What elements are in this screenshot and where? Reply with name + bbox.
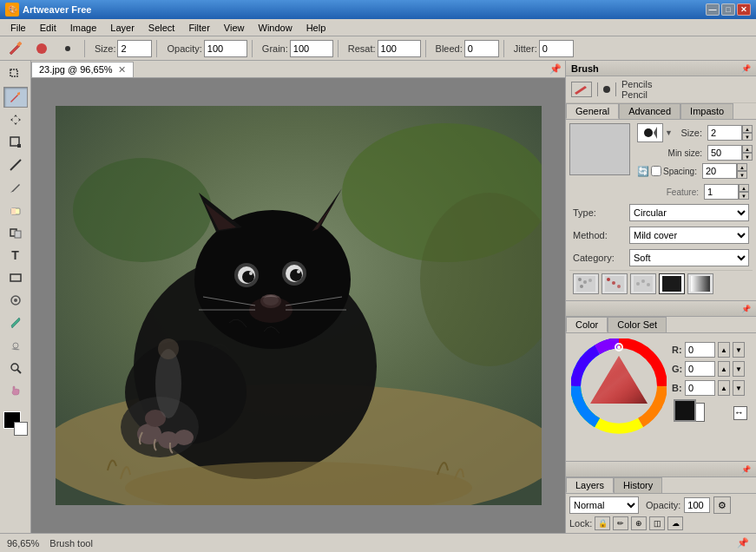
method-select[interactable]: Mild cover Cover Buildup	[629, 227, 749, 244]
spacing-input[interactable]	[702, 163, 737, 179]
brush-cat-2[interactable]	[602, 273, 628, 294]
min-size-input[interactable]	[707, 145, 742, 161]
size-input[interactable]	[117, 40, 152, 57]
menu-window[interactable]: Window	[252, 21, 299, 35]
tab-advanced[interactable]: Advanced	[619, 103, 680, 119]
min-size-down-btn[interactable]: ▼	[742, 153, 753, 161]
color-panel-pin[interactable]: 📌	[741, 305, 751, 313]
bleed-input[interactable]	[464, 40, 499, 57]
g-up-btn[interactable]: ▲	[718, 361, 730, 377]
layer-mode-select[interactable]: Normal Multiply Screen	[569, 496, 639, 514]
brush-dot-button[interactable]	[56, 38, 80, 59]
g-input[interactable]	[685, 361, 715, 377]
menu-edit[interactable]: Edit	[33, 21, 63, 35]
zoom-tool[interactable]	[3, 358, 28, 378]
feature-input[interactable]	[704, 184, 739, 200]
spacing-down-btn[interactable]: ▼	[737, 171, 747, 179]
brush-shape-dropdown[interactable]	[637, 123, 663, 142]
svg-point-64	[636, 282, 640, 286]
minimize-button[interactable]: —	[706, 3, 720, 16]
r-input[interactable]	[685, 342, 715, 358]
jitter-input[interactable]	[539, 40, 574, 57]
menu-image[interactable]: Image	[63, 21, 104, 35]
g-down-btn[interactable]: ▼	[733, 361, 745, 377]
lock-transparent-btn[interactable]: ◫	[649, 516, 665, 530]
size-down-btn[interactable]: ▼	[742, 133, 753, 141]
b-up-btn[interactable]: ▲	[718, 380, 730, 396]
grain-input[interactable]	[290, 40, 333, 57]
brush-cat-1[interactable]	[573, 273, 599, 294]
image-canvas[interactable]	[56, 106, 542, 505]
brush-cat-3[interactable]	[630, 273, 656, 294]
eyedropper-tool[interactable]	[3, 312, 28, 333]
move-tool[interactable]	[3, 109, 28, 130]
line-tool[interactable]	[3, 154, 28, 175]
canvas-tab-item[interactable]: 23.jpg @ 96,65% ✕	[31, 62, 134, 77]
pencil-tool[interactable]	[3, 177, 28, 198]
hand-tool[interactable]	[3, 380, 28, 401]
clone-tool[interactable]	[3, 222, 28, 243]
shape-tool[interactable]	[3, 267, 28, 288]
tab-layers[interactable]: Layers	[566, 477, 614, 493]
tab-impasto[interactable]: Impasto	[680, 103, 733, 119]
smudge-tool[interactable]	[3, 335, 28, 356]
b-down-btn[interactable]: ▼	[733, 380, 745, 396]
lock-pixels-btn[interactable]: ✏	[613, 516, 628, 530]
lock-position-btn[interactable]: ⊕	[631, 516, 647, 530]
menu-view[interactable]: View	[217, 21, 252, 35]
tab-history[interactable]: History	[614, 477, 662, 493]
eraser-tool[interactable]	[3, 200, 28, 220]
opacity-options-btn[interactable]: ⚙	[713, 496, 731, 514]
opacity-input[interactable]	[204, 40, 247, 57]
feature-down-btn[interactable]: ▼	[739, 192, 749, 200]
swap-icon[interactable]: ↔	[733, 406, 747, 420]
blur-tool[interactable]	[3, 290, 28, 311]
min-size-up-btn[interactable]: ▲	[742, 145, 753, 153]
maximize-button[interactable]: □	[721, 3, 735, 16]
menu-help[interactable]: Help	[299, 21, 333, 35]
brush-options-button[interactable]	[30, 38, 54, 59]
svg-point-56	[583, 280, 587, 284]
svg-point-62	[617, 285, 621, 288]
menu-filter[interactable]: Filter	[181, 21, 216, 35]
resat-input[interactable]	[378, 40, 421, 57]
brush-size-input[interactable]	[707, 125, 742, 141]
lock-all-btn[interactable]: 🔒	[595, 516, 610, 530]
b-input[interactable]	[685, 380, 715, 396]
r-up-btn[interactable]: ▲	[718, 342, 730, 358]
brush-panel-pin[interactable]: 📌	[741, 64, 751, 73]
canvas-content[interactable]	[31, 78, 565, 533]
transform-tool[interactable]	[3, 132, 28, 153]
feature-up-btn[interactable]: ▲	[739, 184, 749, 192]
brush-cat-4[interactable]	[659, 273, 685, 294]
brush-cat-5[interactable]	[687, 273, 713, 294]
menu-file[interactable]: File	[3, 21, 33, 35]
selection-tool[interactable]	[3, 64, 28, 85]
status-icon[interactable]: 📌	[737, 537, 749, 549]
tab-color-set[interactable]: Color Set	[608, 317, 667, 332]
r-down-btn[interactable]: ▼	[733, 342, 745, 358]
layers-pin[interactable]: 📌	[741, 465, 751, 474]
foreground-swatch[interactable]	[674, 399, 696, 422]
spacing-checkbox[interactable]	[651, 166, 661, 176]
color-wheel-container[interactable]	[571, 338, 667, 434]
menu-select[interactable]: Select	[141, 21, 182, 35]
tab-general[interactable]: General	[566, 103, 619, 119]
lock-alpha-btn[interactable]: ☁	[667, 516, 683, 530]
brush-tool-button[interactable]	[3, 38, 28, 59]
close-button[interactable]: ✕	[737, 3, 751, 16]
size-up-btn[interactable]: ▲	[742, 125, 753, 133]
tab-color[interactable]: Color	[566, 317, 608, 332]
color-selector[interactable]	[3, 411, 28, 436]
text-tool[interactable]: T	[3, 245, 28, 266]
type-select[interactable]: Circular Flat Camel	[629, 204, 749, 221]
spacing-refresh-icon[interactable]: 🔄	[637, 166, 649, 177]
menu-layer[interactable]: Layer	[103, 21, 141, 35]
canvas-pin-button[interactable]: 📌	[549, 63, 562, 75]
canvas-close-button[interactable]: ✕	[118, 64, 126, 76]
brush-tool[interactable]	[3, 87, 28, 108]
opacity-input[interactable]	[684, 497, 710, 513]
category-select[interactable]: Soft Hard Grainy	[629, 249, 749, 266]
background-color[interactable]	[14, 422, 28, 436]
spacing-up-btn[interactable]: ▲	[737, 163, 747, 171]
